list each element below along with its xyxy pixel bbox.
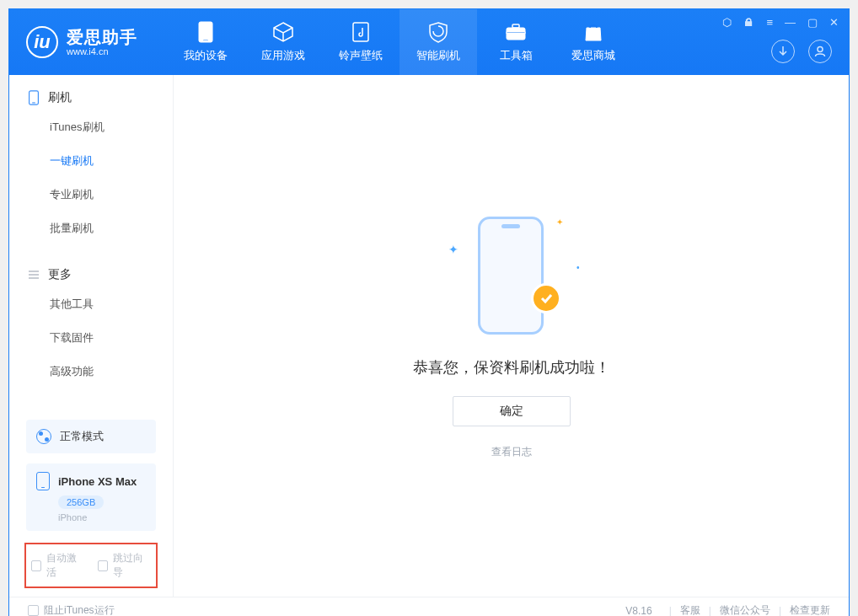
svg-point-6 <box>818 47 823 52</box>
cube-icon <box>272 21 294 43</box>
tab-smart-flash[interactable]: 智能刷机 <box>400 9 477 75</box>
logo-icon: iu <box>26 26 58 58</box>
support-link[interactable]: 客服 <box>680 603 700 616</box>
sidebar-item-download-firmware[interactable]: 下载固件 <box>28 321 154 355</box>
top-nav: 我的设备 应用游戏 铃声壁纸 智能刷机 工具箱 爱思商城 <box>167 9 632 75</box>
sparkle-icon: ✦ <box>556 217 563 227</box>
device-type: iPhone <box>58 512 146 522</box>
device-storage-badge: 256GB <box>58 495 104 509</box>
tab-store[interactable]: 爱思商城 <box>555 9 632 75</box>
app-subtitle: www.i4.cn <box>67 46 137 56</box>
body: 刷机 iTunes刷机 一键刷机 专业刷机 批量刷机 更多 其他工具 下载固件 <box>9 75 849 597</box>
svg-rect-0 <box>199 22 212 42</box>
svg-rect-2 <box>353 23 368 41</box>
checkbox-skip-guide[interactable]: 跳过向导 <box>98 551 151 580</box>
device-phone-icon <box>36 472 50 490</box>
sidebar-item-one-click[interactable]: 一键刷机 <box>28 144 154 178</box>
wechat-link[interactable]: 微信公众号 <box>720 603 770 616</box>
titlebar: iu 爱思助手 www.i4.cn 我的设备 应用游戏 铃声壁纸 智能刷机 <box>9 9 849 75</box>
app-logo: iu 爱思助手 www.i4.cn <box>9 26 154 58</box>
device-icon <box>195 21 217 43</box>
view-log-link[interactable]: 查看日志 <box>491 445 532 459</box>
app-title: 爱思助手 <box>67 28 137 46</box>
ok-button[interactable]: 确定 <box>453 396 571 426</box>
phone-outline-icon <box>28 90 40 105</box>
tab-my-device[interactable]: 我的设备 <box>167 9 244 75</box>
shield-icon <box>427 21 449 43</box>
tshirt-icon[interactable]: ⬡ <box>722 16 732 29</box>
mode-label: 正常模式 <box>60 429 104 444</box>
svg-rect-8 <box>32 102 35 103</box>
checkbox-icon <box>28 605 39 616</box>
statusbar: 阻止iTunes运行 V8.16 | 客服 | 微信公众号 | 检查更新 <box>9 597 849 616</box>
sidebar-item-pro-flash[interactable]: 专业刷机 <box>28 178 154 212</box>
checkbox-icon <box>31 560 41 571</box>
checkbox-block-itunes[interactable]: 阻止iTunes运行 <box>28 603 115 616</box>
mode-icon <box>36 429 51 444</box>
tab-ringtones[interactable]: 铃声壁纸 <box>322 9 400 75</box>
minimize-button[interactable]: — <box>785 16 796 29</box>
svg-rect-5 <box>507 32 525 34</box>
device-card[interactable]: iPhone XS Max 256GB iPhone <box>26 463 156 531</box>
sparkle-icon: • <box>576 263 580 272</box>
tab-apps-games[interactable]: 应用游戏 <box>244 9 322 75</box>
main-content: ✦ ✦ • 恭喜您，保资料刷机成功啦！ 确定 查看日志 <box>174 75 849 597</box>
menu-icon[interactable]: ≡ <box>766 16 773 29</box>
lock-icon[interactable]: 🔒︎ <box>743 16 754 29</box>
tab-toolbox[interactable]: 工具箱 <box>477 9 555 75</box>
checkbox-auto-activate[interactable]: 自动激活 <box>31 551 84 580</box>
sidebar: 刷机 iTunes刷机 一键刷机 专业刷机 批量刷机 更多 其他工具 下载固件 <box>9 75 174 597</box>
checkbox-icon <box>98 560 108 571</box>
list-icon <box>28 267 40 282</box>
sidebar-item-advanced[interactable]: 高级功能 <box>28 355 154 388</box>
sidebar-item-batch-flash[interactable]: 批量刷机 <box>28 212 154 245</box>
mode-card[interactable]: 正常模式 <box>26 420 156 453</box>
app-window: iu 爱思助手 www.i4.cn 我的设备 应用游戏 铃声壁纸 智能刷机 <box>8 8 850 616</box>
music-icon <box>350 21 372 43</box>
window-controls-top: ⬡ 🔒︎ ≡ — ▢ ✕ <box>722 16 839 29</box>
device-name: iPhone XS Max <box>58 475 137 488</box>
sidebar-header-flash: 刷机 <box>28 90 154 105</box>
sidebar-item-itunes-flash[interactable]: iTunes刷机 <box>28 110 154 144</box>
sparkle-icon: ✦ <box>448 243 458 256</box>
svg-rect-1 <box>203 40 208 41</box>
highlighted-checkbox-row: 自动激活 跳过向导 <box>24 543 158 588</box>
svg-rect-4 <box>512 24 519 28</box>
maximize-button[interactable]: ▢ <box>807 16 818 29</box>
toolbox-icon <box>505 21 527 43</box>
download-button[interactable] <box>771 40 795 63</box>
sidebar-header-more: 更多 <box>28 267 154 282</box>
bag-icon <box>582 21 604 43</box>
sidebar-item-other-tools[interactable]: 其他工具 <box>28 287 154 321</box>
success-illustration: ✦ ✦ • <box>465 212 558 339</box>
version-label: V8.16 <box>625 605 652 617</box>
check-badge-icon <box>531 283 561 313</box>
user-button[interactable] <box>808 40 832 63</box>
check-update-link[interactable]: 检查更新 <box>790 603 830 616</box>
success-message: 恭喜您，保资料刷机成功啦！ <box>413 357 610 378</box>
header-actions <box>771 40 832 63</box>
close-button[interactable]: ✕ <box>829 16 839 29</box>
